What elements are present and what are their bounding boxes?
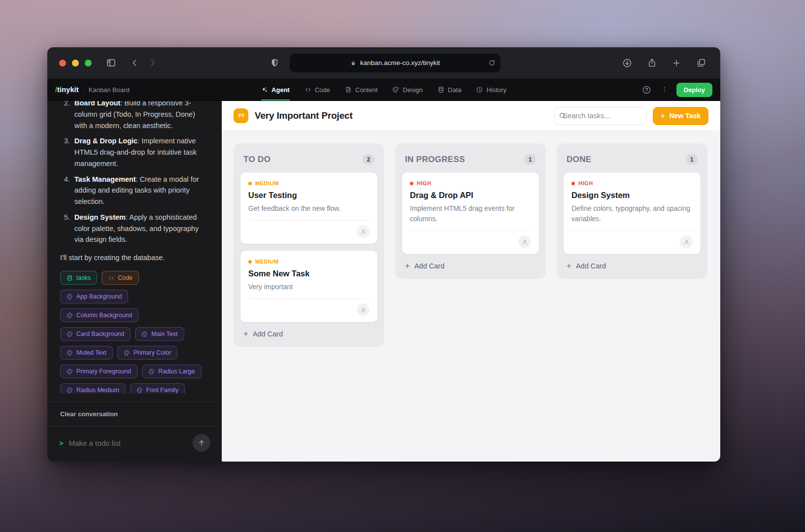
document-icon bbox=[345, 86, 352, 93]
agent-steps-list: 2. Board Layout: Build a responsive 3-co… bbox=[60, 101, 208, 245]
clear-conversation-row: Clear conversation bbox=[47, 401, 221, 426]
column-count-badge: 2 bbox=[363, 154, 374, 165]
prompt-caret: > bbox=[59, 439, 64, 447]
sidebar-toggle-icon[interactable] bbox=[103, 56, 118, 70]
chip-font-family[interactable]: Font Family bbox=[130, 383, 185, 394]
conversation-panel[interactable]: 2. Board Layout: Build a responsive 3-co… bbox=[47, 101, 221, 394]
lock-icon bbox=[350, 60, 356, 66]
zoom-window-button[interactable] bbox=[85, 60, 92, 66]
person-icon bbox=[683, 239, 690, 245]
code-icon bbox=[304, 86, 311, 93]
list-item: 5. Design System: Apply a sophisticated … bbox=[60, 212, 208, 245]
card-title: User Testing bbox=[248, 191, 369, 200]
chip-primary-foreground[interactable]: Primary Foreground bbox=[60, 365, 137, 378]
help-icon[interactable] bbox=[641, 84, 653, 96]
assignee-avatar[interactable] bbox=[357, 303, 369, 316]
traffic-lights bbox=[59, 60, 92, 66]
share-icon[interactable] bbox=[644, 56, 659, 70]
back-button[interactable] bbox=[127, 56, 142, 70]
chip-primary-color[interactable]: Primary Color bbox=[117, 346, 177, 360]
chip-code[interactable]: Code bbox=[101, 271, 139, 285]
app-header: /tinykit · Kanban Board Agent Code Conte… bbox=[47, 79, 720, 101]
tab-overview-icon[interactable] bbox=[694, 56, 708, 70]
plus-icon: + bbox=[243, 330, 248, 338]
palette-icon bbox=[67, 387, 73, 394]
prompt-bar: > bbox=[47, 426, 221, 462]
tab-content[interactable]: Content bbox=[345, 79, 378, 100]
sparkles-icon bbox=[261, 86, 268, 93]
chip-muted-text[interactable]: Muted Text bbox=[60, 346, 113, 360]
chip-main-text[interactable]: Main Text bbox=[135, 327, 184, 341]
arrow-up-icon bbox=[198, 439, 205, 447]
breadcrumb: /tinykit · Kanban Board bbox=[55, 86, 130, 94]
project-name: Kanban Board bbox=[89, 86, 130, 94]
new-task-button[interactable]: + New Task bbox=[653, 107, 708, 125]
column-done: DONE 1 HIGH Design System Define colors,… bbox=[557, 143, 707, 279]
more-options-icon[interactable] bbox=[661, 86, 669, 94]
refresh-icon[interactable] bbox=[488, 59, 496, 66]
downloads-icon[interactable] bbox=[620, 56, 635, 70]
chip-column-background[interactable]: Column Background bbox=[60, 308, 138, 322]
task-card[interactable]: HIGH Drag & Drop API Implement HTML5 dra… bbox=[402, 172, 539, 254]
palette-icon bbox=[136, 387, 143, 394]
new-tab-icon[interactable] bbox=[669, 56, 684, 70]
column-in-progress: IN PROGRESS 1 HIGH Drag & Drop API Imple… bbox=[395, 143, 546, 279]
palette-icon bbox=[124, 350, 130, 356]
palette-icon bbox=[67, 294, 73, 300]
add-card-button[interactable]: + Add Card bbox=[402, 254, 447, 271]
person-icon bbox=[360, 307, 367, 313]
card-title: Some New Task bbox=[248, 269, 369, 278]
breadcrumb-separator: · bbox=[83, 87, 85, 94]
person-icon bbox=[522, 239, 528, 245]
column-count-badge: 1 bbox=[686, 154, 698, 165]
chip-card-background[interactable]: Card Background bbox=[60, 327, 131, 341]
brand-name: tinykit bbox=[57, 86, 79, 94]
chip-app-background[interactable]: App Background bbox=[60, 290, 128, 303]
chip-tasks[interactable]: tasks bbox=[60, 271, 97, 285]
priority-dot bbox=[410, 182, 413, 185]
tab-history[interactable]: History bbox=[476, 79, 506, 100]
clock-icon bbox=[476, 86, 483, 93]
clear-conversation-button[interactable]: Clear conversation bbox=[60, 410, 118, 418]
board-title: Very Important Project bbox=[255, 110, 353, 121]
plus-icon: + bbox=[661, 112, 666, 120]
close-window-button[interactable] bbox=[59, 60, 66, 66]
search-input[interactable] bbox=[554, 107, 647, 125]
privacy-shield-icon[interactable] bbox=[267, 56, 282, 70]
send-button[interactable] bbox=[193, 434, 210, 452]
artifact-chips: tasks Code App Background Column Backgro… bbox=[60, 271, 208, 394]
priority-label: MEDIUM bbox=[255, 180, 279, 186]
forward-button[interactable] bbox=[145, 56, 160, 70]
priority-label: HIGH bbox=[417, 180, 432, 186]
card-description: Get feedback on the new flow. bbox=[248, 203, 369, 214]
assignee-avatar[interactable] bbox=[680, 235, 693, 248]
column-todo: TO DO 2 MEDIUM User Testing Get feedback… bbox=[234, 143, 384, 347]
database-icon bbox=[67, 275, 73, 281]
priority-dot bbox=[571, 182, 575, 185]
column-title: IN PROGRESS bbox=[405, 155, 465, 165]
person-icon bbox=[360, 229, 367, 235]
tab-agent[interactable]: Agent bbox=[261, 79, 290, 100]
tab-data[interactable]: Data bbox=[437, 79, 461, 100]
palette-icon bbox=[67, 368, 73, 375]
task-card[interactable]: MEDIUM User Testing Get feedback on the … bbox=[240, 172, 377, 244]
minimize-window-button[interactable] bbox=[72, 60, 79, 66]
card-title: Design System bbox=[571, 191, 693, 200]
deploy-button[interactable]: Deploy bbox=[676, 83, 712, 97]
chip-radius-large[interactable]: Radius Large bbox=[142, 365, 201, 378]
tab-code[interactable]: Code bbox=[304, 79, 330, 100]
prompt-input[interactable] bbox=[69, 439, 187, 447]
chip-radius-medium[interactable]: Radius Medium bbox=[60, 383, 126, 394]
assignee-avatar[interactable] bbox=[518, 235, 531, 248]
board-header: Very Important Project + New Task bbox=[222, 101, 720, 131]
assignee-avatar[interactable] bbox=[357, 225, 369, 238]
address-bar[interactable]: kanban.acme-co.xyz/tinykit bbox=[290, 54, 501, 72]
database-icon bbox=[437, 86, 444, 93]
add-card-button[interactable]: + Add Card bbox=[564, 254, 609, 271]
add-card-button[interactable]: + Add Card bbox=[240, 322, 286, 339]
kanban-board: TO DO 2 MEDIUM User Testing Get feedback… bbox=[222, 131, 720, 462]
url-text: kanban.acme-co.xyz/tinykit bbox=[360, 59, 440, 66]
task-card[interactable]: HIGH Design System Define colors, typogr… bbox=[564, 172, 701, 254]
task-card[interactable]: MEDIUM Some New Task Very important bbox=[240, 251, 377, 322]
tab-design[interactable]: Design bbox=[393, 79, 423, 100]
